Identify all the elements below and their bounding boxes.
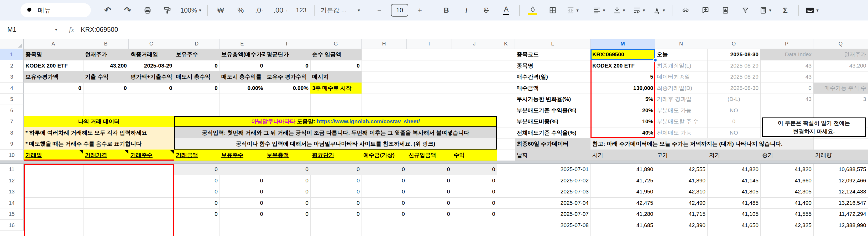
column-header-N[interactable]: N	[655, 39, 707, 49]
cell-P16[interactable]: 42,325	[761, 220, 813, 231]
cell-M13[interactable]: 41,950	[590, 186, 655, 197]
formula-input[interactable]: KRX:069500	[81, 26, 118, 33]
cell-D13[interactable]: 0	[174, 186, 219, 197]
cell-B1[interactable]: 현재주가	[83, 49, 129, 60]
cell-L9[interactable]: 최종60일 주가데이터	[515, 138, 590, 150]
column-header-I[interactable]: I	[407, 39, 452, 49]
cell-M11[interactable]: 41,890	[590, 164, 655, 175]
column-header-G[interactable]: G	[310, 39, 362, 49]
column-header-D[interactable]: D	[174, 39, 219, 49]
font-select[interactable]: 기본값 ... ▾	[319, 3, 362, 17]
cell-D9[interactable]: 공식이나 함수 입력에 대해서는 아님말쿠나마타타 사이트를 참조하세요. (위…	[174, 138, 497, 150]
cell-N14[interactable]: 42,490	[655, 197, 707, 209]
cell-O15[interactable]: 41,105	[707, 208, 761, 220]
row-header-8[interactable]: 8	[0, 127, 24, 139]
fill-handle[interactable]	[653, 58, 657, 62]
cell-I10[interactable]: 신규입금액	[407, 150, 452, 161]
row-header-14[interactable]: 14	[0, 197, 24, 209]
frozen-rows-divider[interactable]	[0, 160, 868, 164]
paint-format-button[interactable]	[159, 3, 176, 17]
column-header-K[interactable]: K	[497, 39, 515, 49]
cell-D2[interactable]: 0	[174, 60, 219, 71]
row-header-1[interactable]: 1	[0, 49, 24, 60]
cell-L16[interactable]: 2025-07-08	[515, 220, 590, 231]
cell-N1[interactable]: 오늘	[655, 49, 707, 60]
cell-L4[interactable]: 매수금액	[515, 83, 590, 94]
cell-G12[interactable]: 0	[310, 175, 362, 186]
cell-E1[interactable]: 보유총액(매수가격)	[219, 49, 265, 60]
cell-M10[interactable]: 시가	[590, 150, 655, 161]
cell-L13[interactable]: 2025-07-03	[515, 186, 590, 197]
cell-F11[interactable]: 0	[265, 164, 310, 175]
cell-C1[interactable]: 최종거래일	[129, 49, 174, 60]
undo-button[interactable]: ↶	[99, 3, 116, 17]
cell-Q16[interactable]: 12,388,990	[813, 220, 868, 231]
cell-P14[interactable]: 41,490	[761, 197, 813, 209]
cell-N12[interactable]: 41,890	[655, 175, 707, 186]
cell-A10[interactable]: 거래일	[24, 150, 83, 161]
cell-N5[interactable]: 거래후 경과일	[655, 94, 707, 105]
select-all-corner[interactable]	[0, 39, 24, 49]
column-header-L[interactable]: L	[515, 39, 590, 49]
cell-E13[interactable]: 0	[219, 186, 265, 197]
cell-L2[interactable]: 종목명	[515, 60, 590, 71]
cell-L1[interactable]: 종목코드	[515, 49, 590, 60]
cell-L7[interactable]: 부분매도비중(%)	[515, 116, 590, 127]
column-header-A[interactable]: A	[24, 39, 83, 49]
cell-L3[interactable]: 매수간격(일)	[515, 71, 590, 83]
cell-P5[interactable]: 43	[761, 94, 813, 105]
cell-M14[interactable]: 42,475	[590, 197, 655, 209]
cell-A8[interactable]: * 하루에 여러차례 거래해도 모두 각각 입력하세요	[24, 127, 174, 139]
pivot-table-button[interactable]: ▾	[757, 3, 774, 17]
cell-N6[interactable]: 부분매도 가능	[655, 105, 707, 116]
cell-E15[interactable]: 0	[219, 208, 265, 220]
cell-E4[interactable]: 0.00%	[219, 83, 265, 94]
currency-format-button[interactable]: ₩	[212, 3, 229, 17]
cell-E3[interactable]: 매도시 총수익률	[219, 71, 265, 83]
cell-M15[interactable]: 41,280	[590, 208, 655, 220]
zoom-select[interactable]: 100% ▾	[179, 3, 203, 17]
cell-M12[interactable]: 41,725	[590, 175, 655, 186]
row-header-13[interactable]: 13	[0, 186, 24, 197]
cell-M9-note[interactable]: 참고: 아래 주가데이터에는 오늘 주가는 저녁까지는 (대개) 나타나지 않습…	[590, 138, 813, 150]
increase-decimal-button[interactable]: .00→	[272, 3, 290, 17]
row-header-4[interactable]: 4	[0, 83, 24, 94]
cell-A1[interactable]: 종목명	[24, 49, 83, 60]
cell-Q4[interactable]: 매수가능 주식 수	[813, 83, 868, 94]
cell-N4[interactable]: 최종거래일(D)	[655, 83, 707, 94]
cell-O8[interactable]: NO	[707, 127, 761, 139]
cell-J13[interactable]: 0	[452, 186, 497, 197]
cell-L6[interactable]: 부분매도기준 수익율(%)	[515, 105, 590, 116]
filter-button[interactable]	[737, 3, 754, 17]
cell-Q15[interactable]: 11,472,294	[813, 208, 868, 220]
cell-Q14[interactable]: 13,216,547	[813, 197, 868, 209]
cell-F14[interactable]: 0	[265, 197, 310, 209]
cell-D1[interactable]: 보유주수	[174, 49, 219, 60]
cell-B2[interactable]: 43,200	[83, 60, 129, 71]
insert-link-button[interactable]	[677, 3, 694, 17]
column-header-Q[interactable]: Q	[813, 39, 868, 49]
cell-L15[interactable]: 2025-07-07	[515, 208, 590, 220]
column-header-O[interactable]: O	[707, 39, 761, 49]
cell-C3[interactable]: 평가액+기출수익	[129, 71, 174, 83]
column-header-P[interactable]: P	[761, 39, 813, 49]
cell-G4-message[interactable]: 3주 매수로 시작	[310, 83, 362, 94]
row-header-15[interactable]: 15	[0, 208, 24, 220]
cell-P12[interactable]: 41,660	[761, 175, 813, 186]
number-format-button[interactable]: 123	[292, 3, 310, 17]
row-header-2[interactable]: 2	[0, 60, 24, 71]
fill-color-button[interactable]	[524, 3, 541, 17]
cell-D10[interactable]: 거래금액	[174, 150, 219, 161]
cell-G15[interactable]: 0	[310, 208, 362, 220]
cell-D14[interactable]: 0	[174, 197, 219, 209]
cell-O3[interactable]: 2025-08-29	[707, 71, 761, 83]
row-header-10[interactable]: 10	[0, 150, 24, 161]
cell-N7[interactable]: 부분매도할 주 수	[655, 116, 707, 127]
cell-H13[interactable]: 0	[362, 186, 407, 197]
cell-I11[interactable]: 0	[407, 164, 452, 175]
cell-G14[interactable]: 0	[310, 197, 362, 209]
cell-L12[interactable]: 2025-07-02	[515, 175, 590, 186]
cell-D4[interactable]: 0	[174, 83, 219, 94]
cell-M6[interactable]: 20%	[590, 105, 655, 116]
input-method-button[interactable]: ▾	[803, 3, 820, 17]
